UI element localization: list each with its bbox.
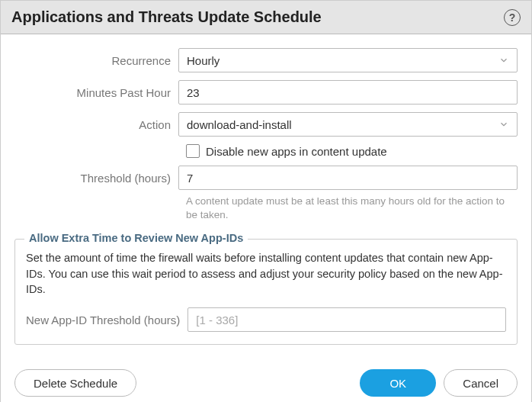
chevron-down-icon: [498, 119, 509, 130]
recurrence-label: Recurrence: [14, 54, 178, 67]
fieldset-legend: Allow Extra Time to Review New App-IDs: [24, 232, 248, 244]
recurrence-value: Hourly: [187, 54, 220, 67]
help-icon[interactable]: ?: [504, 9, 521, 26]
new-appid-input[interactable]: [187, 307, 506, 332]
action-row: Action download-and-install: [14, 112, 518, 137]
delete-schedule-button[interactable]: Delete Schedule: [14, 369, 136, 397]
threshold-label: Threshold (hours): [14, 172, 178, 185]
new-appid-row: New App-ID Threshold (hours): [26, 307, 506, 332]
dialog: Applications and Threats Update Schedule…: [0, 0, 532, 402]
minutes-row: Minutes Past Hour: [14, 80, 518, 105]
disable-new-apps-label: Disable new apps in content update: [206, 145, 387, 158]
cancel-button[interactable]: Cancel: [444, 369, 518, 397]
dialog-title: Applications and Threats Update Schedule: [11, 8, 322, 26]
fieldset-desc: Set the amount of time the firewall wait…: [26, 250, 506, 297]
minutes-input[interactable]: [178, 80, 518, 105]
review-fieldset: Allow Extra Time to Review New App-IDs S…: [14, 239, 518, 345]
action-select[interactable]: download-and-install: [178, 112, 518, 137]
threshold-help: A content update must be at least this m…: [14, 195, 518, 222]
recurrence-select[interactable]: Hourly: [178, 48, 518, 72]
recurrence-row: Recurrence Hourly: [14, 48, 518, 72]
threshold-row: Threshold (hours): [14, 166, 518, 190]
disable-new-apps-checkbox[interactable]: [186, 144, 200, 158]
footer: Delete Schedule OK Cancel: [1, 357, 531, 402]
action-label: Action: [14, 118, 178, 131]
dialog-header: Applications and Threats Update Schedule…: [1, 1, 531, 34]
footer-right: OK Cancel: [360, 369, 518, 397]
threshold-input[interactable]: [178, 166, 518, 190]
minutes-label: Minutes Past Hour: [14, 86, 178, 99]
disable-new-apps-row: Disable new apps in content update: [14, 144, 518, 158]
new-appid-label: New App-ID Threshold (hours): [26, 314, 180, 326]
ok-button[interactable]: OK: [360, 369, 436, 397]
action-value: download-and-install: [187, 118, 292, 131]
form: Recurrence Hourly Minutes Past Hour Acti…: [1, 34, 531, 239]
chevron-down-icon: [498, 55, 509, 66]
